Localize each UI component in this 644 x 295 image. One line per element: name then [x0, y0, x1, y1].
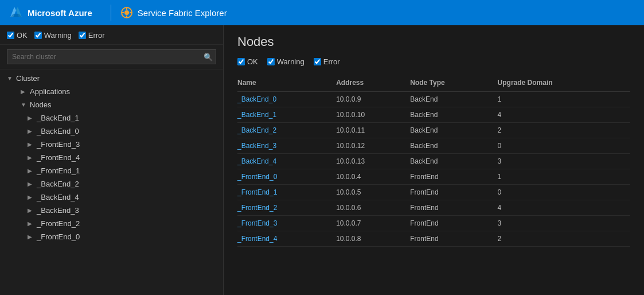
cell-address: 10.0.0.4: [336, 169, 410, 185]
tree-item-nodes[interactable]: ▼ Nodes: [0, 98, 223, 111]
search-box-wrap: 🔍: [0, 45, 223, 69]
backend1-chevron-icon: ▶: [28, 115, 34, 121]
cell-address: 10.0.0.13: [336, 154, 410, 169]
tree-subchild-backend3[interactable]: ▶ _BackEnd_3: [0, 204, 223, 217]
frontend1-chevron-icon: ▶: [28, 168, 34, 174]
sidebar-error-label: Error: [88, 31, 105, 40]
content-area: Nodes OK Warning Error Name Address Node…: [224, 25, 644, 295]
cell-node-type: FrontEnd: [410, 169, 497, 185]
content-warning-label: Warning: [277, 57, 305, 66]
table-row: _BackEnd_1 10.0.0.10 BackEnd 4: [237, 107, 630, 123]
node-name-link[interactable]: _FrontEnd_0: [237, 173, 277, 181]
content-ok-label: OK: [247, 57, 258, 66]
tree-subchild-frontend4[interactable]: ▶ _FrontEnd_4: [0, 151, 223, 164]
content-error-checkbox[interactable]: [314, 58, 321, 65]
node-name-link[interactable]: _BackEnd_4: [237, 157, 276, 165]
applications-label: Applications: [30, 87, 70, 96]
applications-chevron-icon: ▶: [21, 88, 28, 95]
cell-name[interactable]: _BackEnd_3: [237, 138, 336, 154]
tree-item-applications[interactable]: ▶ Applications: [0, 85, 223, 98]
cell-name[interactable]: _BackEnd_0: [237, 92, 336, 107]
sidebar: OK Warning Error 🔍 ▼ Cluster: [0, 25, 224, 295]
cell-name[interactable]: _BackEnd_4: [237, 154, 336, 169]
cell-name[interactable]: _FrontEnd_4: [237, 231, 336, 247]
table-header-row: Name Address Node Type Upgrade Domain: [237, 75, 630, 92]
nodes-label: Nodes: [30, 100, 52, 109]
nodes-table: Name Address Node Type Upgrade Domain _B…: [237, 75, 630, 247]
cell-name[interactable]: _FrontEnd_2: [237, 200, 336, 216]
search-wrap: 🔍: [7, 49, 216, 64]
sidebar-filter-error[interactable]: Error: [79, 31, 105, 40]
backend4-chevron-icon: ▶: [28, 194, 34, 200]
node-name-link[interactable]: _FrontEnd_4: [237, 235, 277, 243]
sidebar-filter-warning[interactable]: Warning: [34, 31, 72, 40]
cell-name[interactable]: _FrontEnd_1: [237, 185, 336, 200]
cell-address: 10.0.0.8: [336, 231, 410, 247]
cell-name[interactable]: _FrontEnd_0: [237, 169, 336, 185]
cell-node-type: FrontEnd: [410, 185, 497, 200]
search-icon-button[interactable]: 🔍: [204, 53, 213, 61]
frontend1-label: _FrontEnd_1: [37, 166, 80, 175]
node-name-link[interactable]: _FrontEnd_1: [237, 188, 277, 196]
node-name-link[interactable]: _FrontEnd_2: [237, 204, 277, 212]
tree-subchild-frontend3[interactable]: ▶ _FrontEnd_3: [0, 138, 223, 151]
tree-subchild-backend1[interactable]: ▶ _BackEnd_1: [0, 111, 223, 125]
cell-name[interactable]: _BackEnd_2: [237, 123, 336, 138]
cell-address: 10.0.0.9: [336, 92, 410, 107]
top-bar: Microsoft Azure Service Fabric Explorer: [0, 0, 644, 25]
sidebar-filter-ok[interactable]: OK: [7, 31, 28, 40]
sidebar-ok-checkbox[interactable]: [7, 32, 14, 39]
table-row: _BackEnd_2 10.0.0.11 BackEnd 2: [237, 123, 630, 138]
service-fabric-icon: [120, 6, 133, 19]
tree-subchild-frontend0[interactable]: ▶ _FrontEnd_0: [0, 230, 223, 243]
node-name-link[interactable]: _BackEnd_2: [237, 126, 276, 134]
node-name-link[interactable]: _FrontEnd_3: [237, 219, 277, 227]
cell-address: 10.0.0.12: [336, 138, 410, 154]
azure-logo-icon: [9, 6, 23, 20]
cell-upgrade-domain: 3: [498, 154, 630, 169]
table-row: _BackEnd_3 10.0.0.12 BackEnd 0: [237, 138, 630, 154]
col-header-node-type: Node Type: [410, 75, 497, 92]
node-name-link[interactable]: _BackEnd_3: [237, 142, 276, 150]
content-warning-checkbox[interactable]: [267, 58, 275, 65]
sidebar-error-checkbox[interactable]: [79, 32, 86, 39]
cell-name[interactable]: _BackEnd_1: [237, 107, 336, 123]
table-row: _BackEnd_0 10.0.0.9 BackEnd 1: [237, 92, 630, 107]
frontend0-chevron-icon: ▶: [28, 234, 34, 240]
cell-name[interactable]: _FrontEnd_3: [237, 216, 336, 231]
backend1-label: _BackEnd_1: [37, 114, 79, 122]
cell-node-type: BackEnd: [410, 138, 497, 154]
svg-point-4: [124, 10, 129, 15]
frontend2-label: _FrontEnd_2: [37, 219, 80, 228]
table-row: _FrontEnd_0 10.0.0.4 FrontEnd 1: [237, 169, 630, 185]
cell-address: 10.0.0.6: [336, 200, 410, 216]
table-row: _FrontEnd_4 10.0.0.8 FrontEnd 2: [237, 231, 630, 247]
node-name-link[interactable]: _BackEnd_1: [237, 111, 276, 119]
backend0-label: _BackEnd_0: [37, 127, 79, 135]
backend4-label: _BackEnd_4: [37, 193, 79, 201]
tree-subchild-backend0[interactable]: ▶ _BackEnd_0: [0, 125, 223, 138]
cell-node-type: FrontEnd: [410, 231, 497, 247]
content-filter-warning[interactable]: Warning: [267, 57, 305, 66]
cell-upgrade-domain: 0: [498, 138, 630, 154]
backend3-label: _BackEnd_3: [37, 206, 79, 215]
table-row: _FrontEnd_3 10.0.0.7 FrontEnd 3: [237, 216, 630, 231]
search-input[interactable]: [7, 49, 216, 64]
cell-upgrade-domain: 3: [498, 216, 630, 231]
tree-subchild-frontend2[interactable]: ▶ _FrontEnd_2: [0, 217, 223, 230]
content-filter-ok[interactable]: OK: [237, 57, 258, 66]
tree-subchild-frontend1[interactable]: ▶ _FrontEnd_1: [0, 164, 223, 177]
node-name-link[interactable]: _BackEnd_0: [237, 95, 276, 103]
content-filter-error[interactable]: Error: [314, 57, 340, 66]
nodes-chevron-icon: ▼: [21, 102, 28, 108]
cell-upgrade-domain: 1: [498, 169, 630, 185]
cell-upgrade-domain: 2: [498, 231, 630, 247]
tree-subchild-backend2[interactable]: ▶ _BackEnd_2: [0, 177, 223, 191]
sidebar-warning-checkbox[interactable]: [34, 32, 42, 39]
cell-address: 10.0.0.11: [336, 123, 410, 138]
tree-subchild-backend4[interactable]: ▶ _BackEnd_4: [0, 191, 223, 204]
content-ok-checkbox[interactable]: [237, 58, 245, 65]
cluster-label: Cluster: [16, 74, 40, 83]
tree-item-cluster[interactable]: ▼ Cluster: [0, 72, 223, 85]
cell-upgrade-domain: 2: [498, 123, 630, 138]
